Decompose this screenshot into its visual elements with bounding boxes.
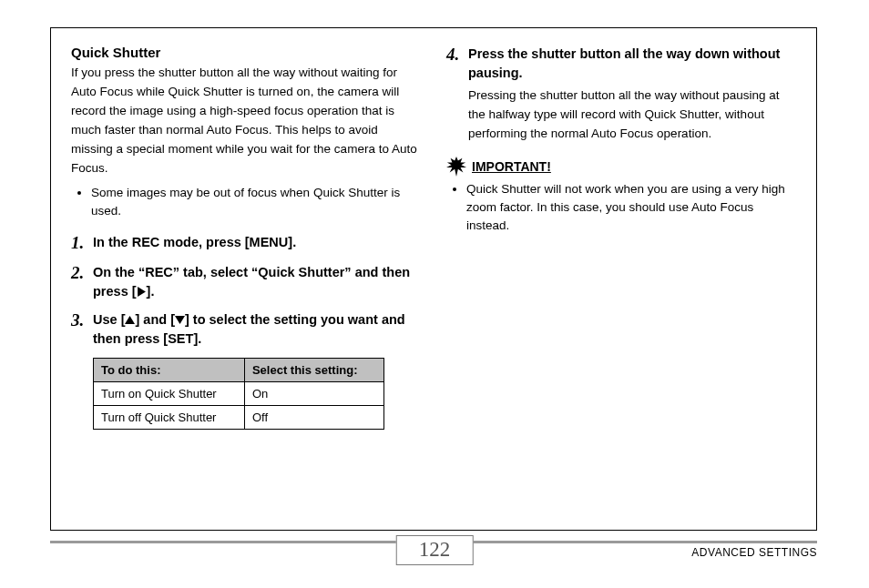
table-row: To do this: Select this setting:: [94, 358, 384, 381]
step-number: 1.: [71, 233, 93, 254]
svg-marker-0: [138, 287, 146, 297]
footer-section-label: ADVANCED SETTINGS: [691, 546, 817, 559]
step-text: In the REC mode, press [MENU].: [93, 233, 296, 252]
table-cell: Turn off Quick Shutter: [94, 405, 245, 429]
step-text: Press the shutter button all the way dow…: [468, 45, 796, 83]
section-title: Quick Shutter: [71, 45, 421, 60]
page-number: 122: [396, 535, 474, 565]
step-text-fragment: ] and [: [135, 312, 175, 327]
down-arrow-icon: [175, 315, 185, 327]
important-heading: IMPORTANT!: [446, 157, 796, 177]
step-text-fragment: ].: [147, 284, 155, 299]
step-number: 2.: [71, 263, 93, 284]
page-border: Quick Shutter If you press the shutter b…: [50, 27, 817, 531]
right-column: 4. Press the shutter button all the way …: [434, 45, 796, 516]
step-3: 3. Use [ ] and [ ] to select the setting…: [71, 310, 421, 349]
step-number: 4.: [446, 45, 468, 66]
svg-marker-2: [175, 316, 185, 324]
list-item: Some images may be out of focus when Qui…: [91, 184, 421, 221]
step-text: On the “REC” tab, select “Quick Shutter”…: [93, 263, 421, 301]
right-arrow-icon: [137, 287, 147, 299]
table-row: Turn off Quick Shutter Off: [94, 405, 384, 429]
starburst-icon: [446, 157, 466, 177]
up-arrow-icon: [125, 315, 135, 327]
settings-table: To do this: Select this setting: Turn on…: [93, 358, 384, 430]
table-header: Select this setting:: [244, 358, 383, 381]
important-label: IMPORTANT!: [472, 159, 551, 174]
table-cell: On: [244, 381, 383, 405]
step-text-fragment: Use [: [93, 312, 125, 327]
step-text: Use [ ] and [ ] to select the setting yo…: [93, 310, 421, 349]
left-column: Quick Shutter If you press the shutter b…: [71, 45, 434, 516]
important-list: Quick Shutter will not work when you are…: [446, 180, 796, 236]
content-columns: Quick Shutter If you press the shutter b…: [51, 28, 816, 530]
list-item: Quick Shutter will not work when you are…: [466, 180, 796, 236]
step-1: 1. In the REC mode, press [MENU].: [71, 233, 421, 254]
step-number: 3.: [71, 310, 93, 331]
table-cell: Turn on Quick Shutter: [94, 381, 245, 405]
svg-marker-1: [125, 316, 135, 324]
svg-marker-3: [446, 157, 466, 177]
step-subtext: Pressing the shutter button all the way …: [468, 86, 796, 144]
table-row: Turn on Quick Shutter On: [94, 381, 384, 405]
intro-text: If you press the shutter button all the …: [71, 64, 421, 178]
notes-list: Some images may be out of focus when Qui…: [71, 184, 421, 221]
manual-page: Quick Shutter If you press the shutter b…: [0, 0, 869, 588]
step-2: 2. On the “REC” tab, select “Quick Shutt…: [71, 263, 421, 301]
table-cell: Off: [244, 405, 383, 429]
table-header: To do this:: [94, 358, 245, 381]
step-4: 4. Press the shutter button all the way …: [446, 45, 796, 144]
